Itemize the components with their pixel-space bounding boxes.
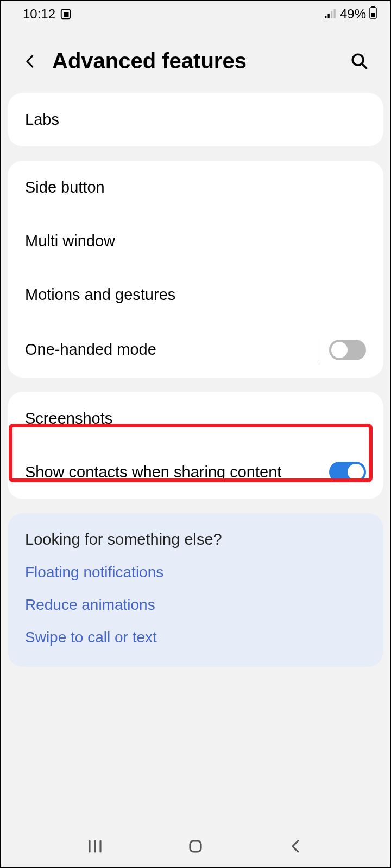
- row-multi-window[interactable]: Multi window: [8, 214, 383, 268]
- back-button[interactable]: [20, 50, 41, 72]
- toggle-show-contacts-sharing[interactable]: [329, 462, 366, 482]
- row-show-contacts-sharing[interactable]: Show contacts when sharing content: [8, 445, 383, 499]
- toggle-container: [319, 339, 366, 361]
- row-label: Multi window: [25, 231, 366, 252]
- divider: [319, 339, 319, 361]
- suggestion-link-swipe-call-text[interactable]: Swipe to call or text: [25, 629, 366, 646]
- suggestion-link-reduce-animations[interactable]: Reduce animations: [25, 596, 366, 614]
- recents-icon: [87, 838, 103, 854]
- header: Advanced features: [1, 27, 390, 93]
- chevron-left-icon: [288, 838, 304, 854]
- navigation-bar: [1, 826, 390, 867]
- row-label: Show contacts when sharing content: [25, 462, 329, 483]
- row-label: One-handed mode: [25, 339, 319, 360]
- status-bar: 10:12 49%: [1, 1, 390, 27]
- home-icon: [187, 838, 204, 854]
- search-button[interactable]: [348, 49, 371, 73]
- svg-rect-3: [327, 14, 329, 18]
- settings-group: Labs: [8, 93, 383, 146]
- chevron-left-icon: [22, 53, 39, 69]
- svg-rect-8: [371, 13, 375, 17]
- svg-rect-5: [333, 9, 335, 18]
- content: Labs Side button Multi window Motions an…: [1, 93, 390, 667]
- notification-icon: [60, 8, 72, 20]
- toggle-one-handed-mode[interactable]: [329, 340, 366, 360]
- row-label: Motions and gestures: [25, 284, 366, 305]
- svg-line-10: [362, 63, 367, 68]
- svg-rect-1: [64, 12, 68, 17]
- status-right: 49%: [325, 6, 377, 22]
- row-label: Labs: [25, 109, 366, 130]
- svg-rect-14: [190, 841, 201, 852]
- svg-rect-2: [325, 16, 326, 18]
- page-title: Advanced features: [52, 49, 337, 73]
- signal-icon: [325, 7, 337, 22]
- row-label: Side button: [25, 177, 366, 198]
- status-left: 10:12: [23, 7, 72, 22]
- settings-group: Side button Multi window Motions and ges…: [8, 161, 383, 377]
- row-screenshots[interactable]: Screenshots: [8, 392, 383, 445]
- svg-rect-4: [331, 11, 332, 18]
- row-side-button[interactable]: Side button: [8, 161, 383, 214]
- status-time: 10:12: [23, 7, 55, 22]
- suggestions-title: Looking for something else?: [25, 531, 366, 548]
- search-icon: [350, 52, 369, 71]
- row-one-handed-mode[interactable]: One-handed mode: [8, 322, 383, 378]
- battery-icon: [369, 6, 377, 22]
- nav-home-button[interactable]: [182, 833, 209, 859]
- battery-text: 49%: [340, 7, 366, 22]
- suggestions-panel: Looking for something else? Floating not…: [8, 513, 383, 667]
- suggestion-link-floating-notifications[interactable]: Floating notifications: [25, 564, 366, 581]
- settings-group: Screenshots Show contacts when sharing c…: [8, 392, 383, 499]
- row-label: Screenshots: [25, 408, 366, 429]
- row-motions-gestures[interactable]: Motions and gestures: [8, 268, 383, 322]
- nav-recents-button[interactable]: [82, 833, 108, 859]
- nav-back-button[interactable]: [283, 833, 309, 859]
- row-labs[interactable]: Labs: [8, 93, 383, 146]
